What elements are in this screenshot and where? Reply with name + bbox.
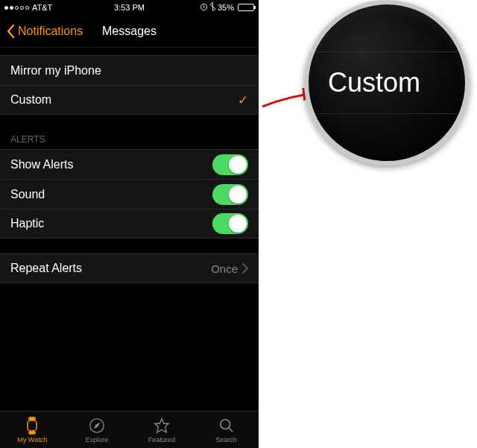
status-bar: AT&T 3:53 PM 35% xyxy=(0,0,259,15)
chevron-left-icon xyxy=(6,24,15,39)
magnifier-lens: Custom xyxy=(304,0,470,165)
tab-featured[interactable]: Featured xyxy=(130,411,195,448)
row-label: Mirror my iPhone xyxy=(10,64,101,78)
svg-rect-2 xyxy=(29,417,35,420)
svg-marker-6 xyxy=(155,419,168,432)
tab-my-watch[interactable]: My Watch xyxy=(0,411,65,448)
row-label: Haptic xyxy=(10,217,44,230)
svg-rect-1 xyxy=(28,420,37,431)
watch-icon xyxy=(25,416,40,435)
row-label: Show Alerts xyxy=(10,158,73,171)
clock-label: 3:53 PM xyxy=(0,3,259,12)
nav-bar: Notifications Messages xyxy=(0,15,259,48)
mirror-iphone-row[interactable]: Mirror my iPhone xyxy=(0,55,259,85)
back-button[interactable]: Notifications xyxy=(0,24,83,39)
settings-content: Mirror my iPhone Custom ✓ ALERTS Show Al… xyxy=(0,48,259,411)
repeat-value: Once xyxy=(211,262,238,275)
chevron-right-icon xyxy=(242,263,248,274)
star-icon xyxy=(154,416,170,435)
show-alerts-toggle[interactable] xyxy=(212,154,248,175)
sound-toggle[interactable] xyxy=(212,184,248,205)
search-icon xyxy=(218,416,235,435)
phone-screen: AT&T 3:53 PM 35% Notifications Messages … xyxy=(0,0,259,448)
custom-row[interactable]: Custom ✓ xyxy=(0,85,259,115)
svg-line-8 xyxy=(228,428,233,432)
tab-label: Search xyxy=(215,436,237,444)
repeat-alerts-row[interactable]: Repeat Alerts Once xyxy=(0,253,259,283)
show-alerts-row[interactable]: Show Alerts xyxy=(0,149,259,179)
haptic-toggle[interactable] xyxy=(212,213,248,234)
sound-row[interactable]: Sound xyxy=(0,179,259,209)
magnifier-callout: Custom xyxy=(304,0,470,165)
alerts-header: ALERTS xyxy=(0,130,259,149)
row-label: Sound xyxy=(10,188,45,201)
checkmark-icon: ✓ xyxy=(238,92,248,108)
compass-icon xyxy=(89,416,105,435)
row-label: Custom xyxy=(10,93,51,107)
tab-explore[interactable]: Explore xyxy=(65,411,130,448)
tab-label: Featured xyxy=(148,436,175,444)
callout-text: Custom xyxy=(309,52,465,113)
battery-icon xyxy=(238,4,254,11)
tab-search[interactable]: Search xyxy=(194,411,259,448)
svg-rect-3 xyxy=(29,432,35,434)
row-label: Repeat Alerts xyxy=(10,262,82,275)
haptic-row[interactable]: Haptic xyxy=(0,209,259,239)
tab-bar: My Watch Explore Featured Search xyxy=(0,411,259,448)
tab-label: My Watch xyxy=(18,436,48,444)
svg-point-7 xyxy=(220,420,230,429)
back-label: Notifications xyxy=(18,25,83,38)
svg-marker-5 xyxy=(95,423,99,428)
tab-label: Explore xyxy=(86,436,109,444)
